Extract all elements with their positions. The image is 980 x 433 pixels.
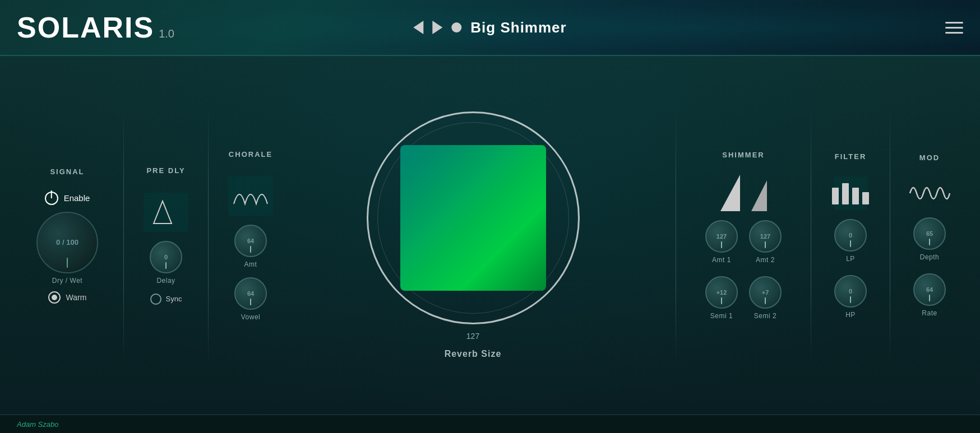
filter-hp-value: 0 [849, 288, 852, 295]
filter-lp-knob[interactable]: 0 [834, 219, 867, 252]
dry-wet-knob-container: 0 / 100 Dry / Wet [36, 212, 98, 285]
shimmer-section: SHIMMER 127 Amt 1 127 Amt 2 +12 [687, 151, 799, 320]
delay-knob[interactable]: 0 [150, 241, 182, 273]
mod-depth-knob[interactable]: 65 [913, 217, 946, 250]
signal-label: SIGNAL [50, 167, 84, 176]
divider-2 [208, 106, 209, 364]
filter-lp-value: 0 [849, 232, 852, 239]
shimmer-semi1-knob[interactable]: +12 [705, 276, 738, 309]
shimmer-amt1-value: 127 [716, 233, 727, 240]
reverb-label: Reverb Size [445, 349, 502, 359]
filter-lp-container: 0 LP [834, 219, 867, 263]
preset-indicator [451, 22, 461, 32]
shimmer-semi1-value: +12 [716, 289, 727, 296]
mod-section: MOD 65 Depth 64 Rate [902, 153, 958, 317]
main-panel: SIGNAL Enable 0 / 100 Dry / Wet Warm PRE… [0, 56, 980, 415]
chorale-amt-label: Amt [244, 260, 257, 268]
chorale-amt-value: 64 [247, 238, 254, 244]
shimmer-amt1-knob[interactable]: 127 [705, 220, 738, 253]
shimmer-amt1-label: Amt 1 [712, 256, 731, 264]
chorale-vowel-label: Vowel [241, 313, 261, 321]
filter-hp-knob[interactable]: 0 [834, 275, 867, 308]
enable-button[interactable]: Enable [45, 192, 90, 205]
filter-label: FILTER [835, 152, 867, 161]
mod-rate-knob[interactable]: 64 [913, 273, 946, 306]
warm-label: Warm [66, 293, 87, 302]
shimmer-semi-row: +12 Semi 1 +7 Semi 2 [705, 276, 782, 320]
nav-prev-button[interactable] [413, 21, 423, 34]
filter-section: FILTER 0 LP 0 HP [822, 152, 879, 319]
delay-knob-container: 0 Delay [150, 241, 182, 285]
chorale-waveform-svg [231, 180, 270, 211]
reverb-ring[interactable]: 127 [367, 111, 580, 324]
warm-radio[interactable]: Warm [48, 291, 87, 304]
warm-radio-outer [48, 291, 61, 304]
svg-marker-0 [154, 201, 172, 224]
mod-rate-value: 64 [926, 286, 933, 293]
shimmer-semi2-knob[interactable]: +7 [749, 276, 782, 309]
nav-next-button[interactable] [432, 21, 442, 34]
logo-area: SOLARIS 1.0 [17, 13, 174, 42]
menu-button[interactable] [945, 22, 963, 34]
filter-bar-2 [842, 183, 849, 204]
chorale-waveform [228, 176, 273, 216]
shimmer-semi2-container: +7 Semi 2 [749, 276, 782, 320]
filter-bar-4 [862, 192, 869, 204]
mod-depth-container: 65 Depth [913, 217, 946, 261]
reverb-center: 127 Reverb Size [281, 111, 664, 359]
dry-wet-value: 0 / 100 [56, 238, 78, 246]
mod-rate-container: 64 Rate [913, 273, 946, 317]
divider-5 [890, 106, 890, 364]
pre-dly-section: PRE DLY 0 Delay Sync [135, 166, 197, 305]
divider-4 [811, 106, 811, 364]
filter-hp-label: HP [845, 311, 856, 319]
reverb-display [400, 145, 546, 291]
shimmer-amt2-container: 127 Amt 2 [749, 220, 782, 264]
shimmer-semi2-value: +7 [762, 289, 769, 296]
sync-radio-outer [150, 294, 161, 305]
filter-lp-label: LP [846, 255, 855, 263]
amt-knob-container: 64 Amt [234, 225, 267, 268]
sync-radio[interactable]: Sync [150, 294, 182, 305]
filter-bar-3 [852, 188, 859, 204]
chorale-label: CHORALE [229, 150, 272, 159]
app-version: 1.0 [159, 27, 174, 40]
app-title: SOLARIS [17, 13, 154, 42]
pre-dly-waveform [144, 193, 188, 232]
hamburger-line-3 [945, 32, 963, 34]
mod-depth-label: Depth [920, 253, 940, 261]
chorale-vowel-value: 64 [247, 290, 254, 297]
delay-label: Delay [156, 277, 175, 285]
enable-label: Enable [64, 193, 90, 203]
sync-label: Sync [166, 295, 182, 303]
dry-wet-label: Dry / Wet [52, 277, 82, 285]
mod-depth-value: 65 [926, 230, 933, 237]
shimmer-semi1-container: +12 Semi 1 [705, 276, 738, 320]
shimmer-amt2-knob[interactable]: 127 [749, 220, 782, 253]
footer: Adam Szabo [0, 415, 980, 433]
dry-wet-knob[interactable]: 0 / 100 [36, 212, 98, 273]
hamburger-line-2 [945, 27, 963, 29]
divider-1 [123, 106, 124, 364]
shimmer-amt-row: 127 Amt 1 127 Amt 2 [705, 220, 782, 264]
filter-hp-container: 0 HP [834, 275, 867, 319]
mod-wave-svg [909, 180, 951, 207]
filter-bars [832, 182, 869, 204]
pre-dly-label: PRE DLY [146, 166, 185, 175]
chorale-amt-knob[interactable]: 64 [234, 225, 267, 257]
vowel-knob-container: 64 Vowel [234, 277, 267, 321]
chorale-section: CHORALE 64 Amt 64 Vowel [220, 150, 281, 321]
filter-bar-1 [832, 188, 839, 204]
shimmer-triangle-2-icon [751, 180, 767, 211]
divider-3 [676, 106, 676, 364]
preset-name: Big Shimmer [470, 19, 566, 36]
filter-icon [834, 176, 867, 210]
chorale-vowel-knob[interactable]: 64 [234, 277, 267, 310]
shimmer-semi1-label: Semi 1 [710, 312, 733, 320]
mod-label: MOD [919, 153, 940, 162]
shimmer-amt2-label: Amt 2 [756, 256, 775, 264]
shimmer-triangle-1-icon [720, 175, 740, 211]
warm-radio-inner [52, 295, 57, 300]
delay-value: 0 [164, 254, 168, 260]
hamburger-line-1 [945, 22, 963, 24]
